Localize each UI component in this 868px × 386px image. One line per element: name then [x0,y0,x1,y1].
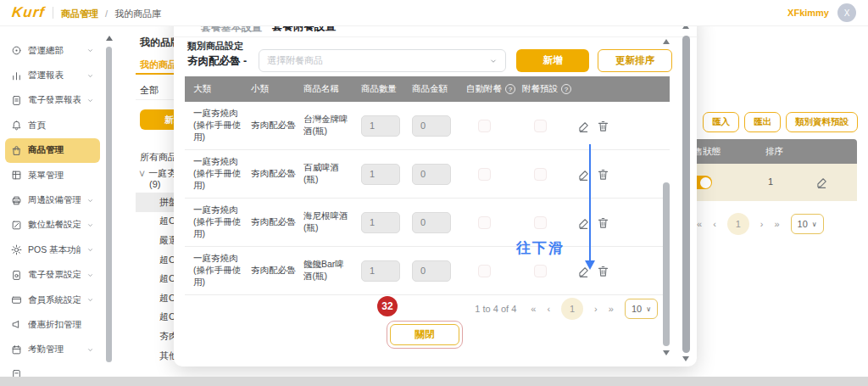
auto-checkbox[interactable] [478,216,491,229]
user-name[interactable]: XFkimmy [787,8,829,18]
chart-icon [11,70,22,81]
chevron-down-icon [86,47,94,54]
sidebar-item-einvoice-report[interactable]: 電子發票報表 [5,88,100,113]
page-first-button[interactable]: « [697,219,702,229]
add-side-dish-button[interactable]: 新增 [516,49,589,72]
scroll-down-arrow [589,144,591,261]
sidebar-item-products[interactable]: 商品管理 [5,138,100,163]
inner-scrollbar[interactable] [663,182,670,346]
header-auto: 自動附餐? [458,83,514,95]
preset-checkbox[interactable] [534,120,547,132]
page-size-select[interactable]: 10 ∨ [625,299,658,319]
sidebar-item-reports[interactable]: 營運報表 [5,63,100,87]
page-next-button[interactable]: › [594,304,598,314]
sidebar-item-digital-order[interactable]: 數位點餐設定 [5,213,100,238]
sidebar-scrollbar[interactable] [106,47,112,362]
document-icon [11,369,22,377]
filter-all[interactable]: 全部 [140,84,159,97]
invoice-setting-icon [11,270,22,281]
chevron-down-icon [489,57,498,65]
help-icon[interactable]: ? [561,84,571,94]
close-button[interactable]: 關閉 [390,324,459,345]
inner-scroll-down-icon[interactable] [663,350,670,355]
sidebar-item-pos-basic[interactable]: POS 基本功能 [5,238,100,262]
chevron-down-icon [86,221,94,229]
cell-name: 台灣金牌啤酒(瓶) [295,114,353,137]
page-prev-button[interactable]: ‹ [713,219,716,229]
table-row: 一庭夯燒肉(操作手冊使用) 夯肉配必魯 台灣金牌啤酒(瓶) 1 0 [185,102,670,150]
delete-icon[interactable] [597,265,609,277]
preset-checkbox[interactable] [534,168,547,181]
export-button[interactable]: 匯出 [744,112,781,132]
chevron-down-icon: ∨ [138,168,148,178]
page-last-button[interactable]: » [774,219,779,229]
sidebar-item-einvoice-setting[interactable]: 電子發票設定 [5,263,100,288]
header-category: 大類 [185,83,242,95]
cell-subcategory: 夯肉配必魯 [242,265,295,277]
side-dish-select[interactable]: 選擇附餐商品 [259,49,506,72]
amount-input[interactable]: 0 [412,164,451,185]
auto-checkbox[interactable] [478,168,491,181]
page-next-button[interactable]: › [760,219,764,229]
import-button[interactable]: 匯入 [703,112,739,132]
inner-scroll-up-icon[interactable] [663,39,670,44]
edit-icon[interactable] [816,176,829,188]
sidebar-item-discounts[interactable]: 優惠折扣管理 [5,312,100,337]
chevron-down-icon [86,72,94,80]
page-current[interactable]: 1 [561,298,583,320]
update-order-button[interactable]: 更新排序 [598,49,672,72]
qty-input[interactable]: 1 [361,260,400,282]
chevron-down-icon [86,97,94,104]
amount-input[interactable]: 0 [412,212,451,233]
breadcrumb: 商品管理 / 我的商品庫 [61,8,161,20]
tab-my-products[interactable]: 我的商品 [140,59,177,71]
auto-checkbox[interactable] [478,120,491,132]
table-row: 一庭夯燒肉(操作手冊使用) 夯肉配必魯 百威啤酒(瓶) 1 0 [185,150,670,199]
sort-value: 1 [768,176,773,187]
sidebar-item-hq[interactable]: 營運總部 [5,38,100,63]
modal-scrollbar[interactable] [682,36,690,353]
page-last-button[interactable]: » [609,304,614,314]
sidebar-item-devices[interactable]: 周邊設備管理 [5,187,100,212]
select-placeholder: 選擇附餐商品 [267,54,489,67]
category-group-count: (9) [149,179,160,189]
sidebar-item-menus[interactable]: 菜單管理 [5,163,100,187]
auto-checkbox[interactable] [478,265,491,277]
page-first-button[interactable]: « [531,304,536,314]
preset-checkbox[interactable] [534,216,547,229]
modal-scroll-down-icon[interactable] [682,356,689,361]
chevron-down-icon [86,271,94,279]
sidebar-item-attendance[interactable]: 考勤管理 [5,338,100,362]
chevron-down-icon: ∨ [646,305,651,313]
step-badge: 32 [377,296,398,316]
category-preset-button[interactable]: 類別資料預設 [786,112,858,132]
brand-logo[interactable]: Kurf [11,4,46,21]
qty-input[interactable]: 1 [361,115,400,137]
delete-icon[interactable] [597,168,609,181]
amount-input[interactable]: 0 [412,260,451,282]
page-prev-button[interactable]: ‹ [547,304,550,314]
breadcrumb-separator: / [105,8,108,19]
cell-subcategory: 夯肉配必魯 [242,216,295,228]
sidebar-scroll-up-icon[interactable] [106,36,113,41]
invoice-report-icon [11,95,22,106]
edit-icon[interactable] [578,120,591,132]
qty-input[interactable]: 1 [361,164,400,185]
page-size-select[interactable]: 10 ∨ [791,214,824,234]
delete-icon[interactable] [597,120,609,132]
cell-name: 海尼根啤酒(瓶) [295,210,353,234]
sidebar-item-home[interactable]: 首頁 [5,113,100,137]
preset-checkbox[interactable] [534,265,547,277]
combo-name-label: 夯肉配必魯 - [187,54,247,69]
qty-input[interactable]: 1 [361,212,400,233]
avatar[interactable]: X [837,3,856,22]
header-qty: 商品數量 [353,83,403,95]
calendar-icon [11,344,22,355]
amount-input[interactable]: 0 [412,115,451,137]
sidebar-item-member-system[interactable]: 會員系統設定 [5,288,100,312]
delete-icon[interactable] [597,216,609,229]
breadcrumb-section[interactable]: 商品管理 [61,8,98,19]
cell-category: 一庭夯燒肉(操作手冊使用) [185,156,242,192]
sidebar-item-clipped[interactable] [5,362,100,377]
page-current[interactable]: 1 [727,213,749,235]
